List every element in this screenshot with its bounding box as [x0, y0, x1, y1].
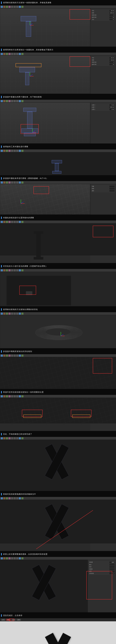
- property-row[interactable]: 旋转分段16: [92, 63, 114, 66]
- gizmo-x-axis[interactable]: [30, 25, 34, 25]
- toolbar-button[interactable]: [19, 6, 21, 8]
- toolbar-button[interactable]: [6, 557, 8, 560]
- toolbar-button[interactable]: [14, 6, 16, 8]
- gizmo-y-axis[interactable]: [61, 332, 61, 336]
- toolbar-button[interactable]: [16, 6, 18, 8]
- toolbar-button[interactable]: [8, 354, 10, 357]
- property-value[interactable]: 4: [110, 14, 114, 16]
- toolbar-button[interactable]: [22, 395, 24, 397]
- gizmo-x-axis[interactable]: [21, 204, 24, 204]
- property-value[interactable]: 16: [110, 64, 114, 65]
- toolbar-button[interactable]: [8, 312, 10, 315]
- toolbar-button[interactable]: [11, 53, 13, 55]
- toolbar-button[interactable]: [16, 53, 18, 55]
- property-value[interactable]: [110, 188, 114, 190]
- toolbar-button[interactable]: [3, 182, 6, 184]
- toolbar-button[interactable]: [3, 269, 6, 272]
- toolbar-button[interactable]: [8, 395, 10, 397]
- toolbar-button[interactable]: [6, 437, 8, 439]
- toolbar-button[interactable]: [14, 312, 16, 315]
- toolbar-button[interactable]: [22, 53, 24, 55]
- toolbar-button[interactable]: [8, 150, 10, 152]
- toolbar-button[interactable]: [3, 497, 6, 499]
- property-value[interactable]: [110, 190, 114, 192]
- property-row[interactable]: 坐标: [92, 188, 114, 190]
- toolbar-button[interactable]: [19, 221, 21, 223]
- toolbar-button[interactable]: [1, 354, 3, 357]
- viewport[interactable]: [0, 102, 90, 144]
- viewport[interactable]: [0, 272, 116, 306]
- toolbar-button[interactable]: [14, 182, 16, 184]
- toolbar-button[interactable]: [3, 312, 6, 315]
- toolbar-button[interactable]: [14, 395, 16, 397]
- toolbar-button[interactable]: [22, 182, 24, 184]
- property-row[interactable]: 高度200 cm: [92, 12, 114, 14]
- toolbar-button[interactable]: [19, 354, 21, 357]
- toolbar-button[interactable]: [8, 6, 10, 8]
- gizmo-y-axis[interactable]: [30, 21, 30, 25]
- toolbar-button[interactable]: [22, 269, 24, 272]
- toolbar-button[interactable]: [1, 221, 3, 223]
- property-row[interactable]: 位置 Z0 cm: [92, 108, 114, 110]
- toolbar-button[interactable]: [14, 150, 16, 152]
- toolbar-button[interactable]: [1, 182, 3, 184]
- viewport[interactable]: [0, 398, 116, 423]
- toolbar-button[interactable]: [6, 6, 8, 8]
- toolbar-button[interactable]: [22, 354, 24, 357]
- toolbar-button[interactable]: [11, 354, 13, 357]
- property-row[interactable]: 输出: [89, 564, 114, 566]
- toolbar-button[interactable]: [3, 221, 6, 223]
- toolbar-button[interactable]: [11, 437, 13, 439]
- viewport[interactable]: [0, 315, 116, 348]
- toolbar-button[interactable]: [19, 182, 21, 184]
- toolbar-button[interactable]: [1, 53, 3, 55]
- property-value[interactable]: [110, 566, 114, 568]
- property-value[interactable]: [110, 568, 114, 570]
- toolbar-button[interactable]: [6, 221, 8, 223]
- transform-gizmo[interactable]: [26, 72, 34, 80]
- toolbar-button[interactable]: [8, 557, 10, 560]
- toolbar-button[interactable]: [22, 6, 24, 8]
- toolbar-button[interactable]: [14, 437, 16, 439]
- toolbar-button[interactable]: [3, 150, 6, 152]
- toolbar-button[interactable]: [22, 221, 24, 223]
- toolbar-button[interactable]: [22, 150, 24, 152]
- toolbar-button[interactable]: [6, 269, 8, 272]
- toolbar-button[interactable]: [22, 497, 24, 499]
- toolbar-button[interactable]: [16, 437, 18, 439]
- property-row[interactable]: 方向+Y: [92, 18, 114, 20]
- property-value[interactable]: 16: [110, 16, 114, 18]
- toolbar-button[interactable]: [16, 312, 18, 315]
- toolbar-button[interactable]: [3, 354, 6, 357]
- toolbar-button[interactable]: [22, 100, 24, 102]
- property-row[interactable]: 属性: [92, 190, 114, 192]
- toolbar-button[interactable]: [19, 437, 21, 439]
- property-row[interactable]: 高度分段1: [92, 61, 114, 63]
- toolbar-button[interactable]: [14, 100, 16, 102]
- toolbar-button[interactable]: [1, 395, 3, 397]
- toolbar-button[interactable]: [6, 395, 8, 397]
- property-value[interactable]: 标准: [110, 562, 114, 563]
- toolbar-button[interactable]: [22, 557, 24, 560]
- render-menu-button[interactable]: 滤镜: [16, 619, 21, 621]
- gizmo-x-axis[interactable]: [30, 76, 34, 76]
- render-menu-button[interactable]: 文件: [1, 619, 6, 621]
- toolbar-button[interactable]: [1, 497, 3, 499]
- toolbar-button[interactable]: [8, 269, 10, 272]
- property-row[interactable]: 对象: [92, 185, 114, 188]
- toolbar-button[interactable]: [1, 6, 3, 8]
- toolbar-button[interactable]: [16, 395, 18, 397]
- toolbar-button[interactable]: [3, 557, 6, 560]
- toolbar-button[interactable]: [22, 312, 24, 315]
- toolbar-button[interactable]: [1, 269, 3, 272]
- toolbar-button[interactable]: [8, 437, 10, 439]
- transform-gizmo[interactable]: [26, 21, 34, 29]
- toolbar-button[interactable]: [19, 312, 21, 315]
- toolbar-button[interactable]: [3, 100, 6, 102]
- toolbar-button[interactable]: [11, 182, 13, 184]
- property-value[interactable]: 1: [110, 62, 114, 63]
- toolbar-button[interactable]: [19, 497, 21, 499]
- gizmo-x-axis[interactable]: [61, 336, 64, 336]
- property-row[interactable]: 保存: [89, 566, 114, 568]
- toolbar-button[interactable]: [8, 497, 10, 499]
